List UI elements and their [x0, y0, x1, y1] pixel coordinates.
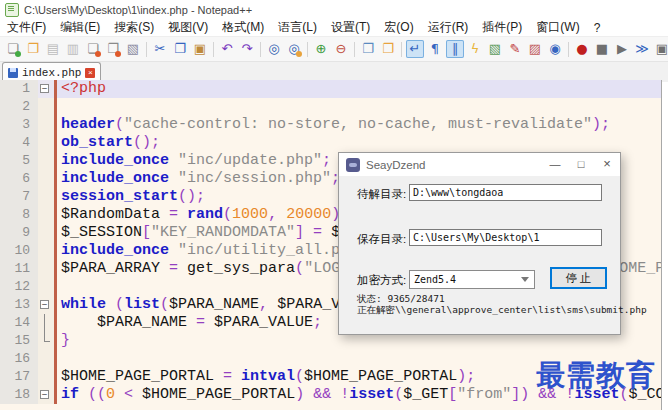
line-number: 7 — [0, 188, 38, 206]
line-number: 10 — [0, 242, 38, 260]
status-text: 状态: 9365/28471 正在解密\\general\approve_cen… — [357, 293, 647, 315]
menu-item-5[interactable]: 语言(L) — [271, 19, 324, 36]
close-button[interactable]: × — [594, 153, 620, 176]
line-number: 12 — [0, 278, 38, 296]
source-dir-input[interactable] — [409, 184, 602, 201]
word-wrap-icon[interactable]: ↵ — [406, 40, 424, 58]
stop-button[interactable]: 停 止 — [550, 267, 607, 289]
fold-margin[interactable]: − — [38, 386, 54, 404]
status-current-file: 正在解密\\general\approve_center\list\sms\su… — [357, 304, 647, 315]
fold-margin — [38, 170, 54, 188]
undo-icon[interactable]: ↶ — [218, 40, 236, 58]
monitoring-eye-icon[interactable]: ◉ — [546, 40, 564, 58]
menu-item-6[interactable]: 设置(T) — [324, 19, 377, 36]
redo-icon[interactable]: ↷ — [238, 40, 256, 58]
cut-icon[interactable]: ✂ — [151, 40, 169, 58]
show-all-chars-icon[interactable]: ¶ — [426, 40, 444, 58]
macro-save-icon[interactable]: ▣ — [653, 40, 668, 58]
status-progress: 状态: 9365/28471 — [357, 293, 445, 304]
restore-zoom-icon[interactable]: ❐ — [359, 40, 377, 58]
badge-dot — [15, 51, 21, 57]
menu-item-0[interactable]: 文件(F) — [0, 19, 53, 36]
tab-label: index.php — [22, 67, 81, 79]
code-text: ob_start(); — [57, 134, 661, 152]
macro-stop-icon[interactable]: ■ — [593, 40, 611, 58]
copy-icon[interactable]: ❐ — [171, 40, 189, 58]
seaydzend-app-icon — [346, 158, 360, 172]
saved-file-icon — [8, 68, 18, 78]
code-line-2: 2 — [0, 98, 661, 116]
menu-item-4[interactable]: 格式(M) — [215, 19, 271, 36]
menu-item-10[interactable]: 窗口(W) — [529, 19, 586, 36]
zoom-in-icon[interactable]: ⊕ — [312, 40, 330, 58]
save-all-icon[interactable]: ▥ — [64, 40, 82, 58]
macro-record-icon[interactable]: ● — [573, 40, 591, 58]
macro-run-multiple-icon[interactable]: ≫ — [633, 40, 651, 58]
sync-scroll-icon[interactable]: ❐ — [379, 40, 397, 58]
function-list-icon[interactable]: ϟ — [466, 40, 484, 58]
menu-item-7[interactable]: 宏(O) — [377, 19, 420, 36]
folder-workspace-icon[interactable]: ▨ — [526, 40, 544, 58]
zoom-out-icon[interactable]: ⊖ — [332, 40, 350, 58]
fold-margin — [38, 152, 54, 170]
fold-collapse-icon[interactable]: − — [40, 84, 49, 93]
line-number: 15 — [0, 332, 38, 350]
menu-item-8[interactable]: 运行(R) — [421, 19, 476, 36]
menu-item-11[interactable]: ? — [587, 21, 608, 35]
edit-pencil-icon[interactable]: ✎ — [506, 40, 524, 58]
menu-item-1[interactable]: 编辑(E) — [53, 19, 107, 36]
save-dir-input[interactable] — [409, 229, 602, 246]
window-title-bar[interactable]: C:\Users\My\Desktop\1\index.php - Notepa… — [0, 0, 668, 19]
fold-margin — [38, 350, 54, 368]
print-icon[interactable]: ▧ — [124, 40, 142, 58]
macro-play-icon[interactable]: ▶ — [613, 40, 631, 58]
save-icon[interactable]: ▤ — [44, 40, 62, 58]
close-all-icon[interactable]: ❐ — [104, 40, 122, 58]
code-line-4: 4ob_start(); — [0, 134, 661, 152]
replace-icon[interactable]: ◎ — [285, 40, 303, 58]
line-number: 3 — [0, 116, 38, 134]
maximize-button[interactable]: □ — [568, 153, 594, 176]
badge-dot — [115, 51, 121, 57]
paste-icon[interactable]: ▣ — [191, 40, 209, 58]
fold-margin[interactable]: − — [38, 80, 54, 98]
fold-end-icon — [44, 332, 50, 342]
line-number: 4 — [0, 134, 38, 152]
line-number: 2 — [0, 98, 38, 116]
chevron-down-icon — [521, 277, 529, 282]
fold-margin — [38, 116, 54, 134]
fold-margin[interactable] — [38, 314, 54, 332]
code-text: header("cache-control: no-store, no-cach… — [57, 116, 661, 134]
fold-margin — [38, 368, 54, 386]
document-map-icon[interactable]: ▧ — [486, 40, 504, 58]
close-icon[interactable]: ❏ — [84, 40, 102, 58]
line-number: 16 — [0, 350, 38, 368]
encrypt-method-value: Zend5.4 — [414, 271, 456, 288]
fold-margin[interactable]: − — [38, 296, 54, 314]
toolbar-separator — [354, 42, 355, 57]
source-dir-label: 待解目录: — [357, 187, 406, 202]
open-folder-icon[interactable]: ❐ — [24, 40, 42, 58]
fold-collapse-icon[interactable]: − — [40, 300, 49, 309]
minimize-button[interactable]: — — [542, 153, 568, 176]
toolbar-separator — [568, 42, 569, 57]
fold-collapse-icon[interactable]: − — [40, 390, 49, 399]
line-number: 9 — [0, 224, 38, 242]
encrypt-method-select[interactable]: Zend5.4 — [409, 270, 535, 289]
menu-item-2[interactable]: 搜索(S) — [107, 19, 161, 36]
code-line-1: 1−<?php — [0, 80, 661, 98]
line-number: 5 — [0, 152, 38, 170]
badge-dot — [296, 51, 302, 57]
toolbar-separator — [213, 42, 214, 57]
menu-item-3[interactable]: 视图(V) — [161, 19, 215, 36]
tab-index-php[interactable]: index.php × — [2, 62, 101, 82]
dialog-title: SeayDzend — [366, 159, 542, 171]
dialog-title-bar[interactable]: SeayDzend — □ × — [339, 153, 620, 176]
find-icon[interactable]: ◎ — [265, 40, 283, 58]
indent-guide-icon[interactable]: ∥ — [446, 40, 464, 58]
menu-item-9[interactable]: 插件(P) — [475, 19, 529, 36]
line-number: 18 — [0, 386, 38, 404]
new-file-icon[interactable]: ❏ — [4, 40, 22, 58]
tab-close-icon[interactable]: × — [85, 68, 95, 78]
fold-margin[interactable] — [38, 332, 54, 350]
